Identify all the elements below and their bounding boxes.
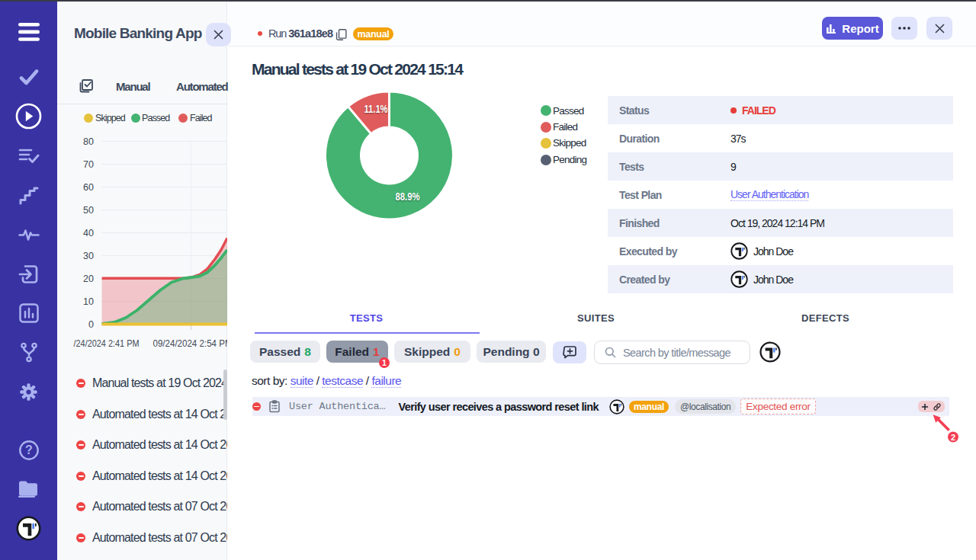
svg-text:70: 70 [83, 159, 94, 170]
svg-text:50: 50 [83, 205, 94, 216]
svg-text:88.9%: 88.9% [396, 190, 420, 203]
svg-text:0: 0 [88, 319, 94, 330]
svg-text:40: 40 [83, 228, 94, 238]
svg-text:?: ? [25, 443, 33, 456]
svg-text:/24/2024 2:41 PM: /24/2024 2:41 PM [74, 338, 140, 349]
svg-text:11.1%: 11.1% [364, 102, 388, 115]
svg-text:20: 20 [83, 274, 94, 284]
svg-text:09/24/2024 2:54 PM: 09/24/2024 2:54 PM [153, 338, 228, 349]
svg-text:10: 10 [83, 296, 94, 307]
svg-text:80: 80 [83, 136, 94, 147]
svg-text:60: 60 [83, 182, 94, 193]
svg-text:2: 2 [951, 433, 955, 442]
svg-text:30: 30 [83, 251, 94, 261]
